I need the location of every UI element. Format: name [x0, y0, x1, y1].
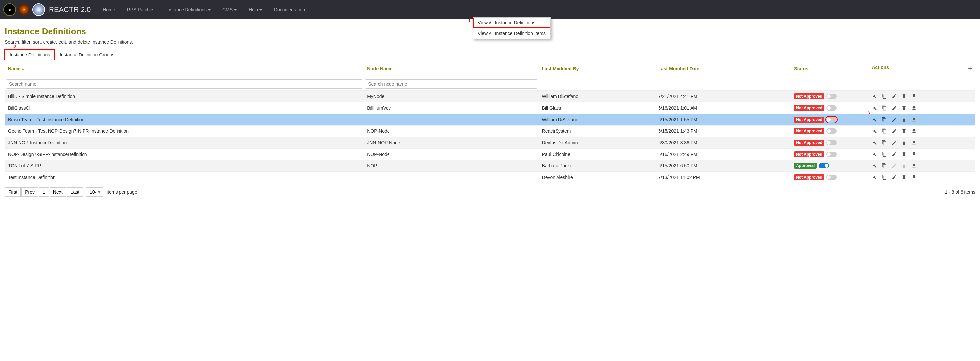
col-name[interactable]: Name — [5, 60, 364, 77]
wrench-icon[interactable] — [872, 94, 877, 99]
status-badge: Not Approved — [794, 93, 824, 99]
wrench-icon[interactable] — [872, 163, 877, 168]
edit-icon[interactable] — [891, 105, 897, 111]
trash-icon[interactable] — [902, 128, 907, 134]
copy-icon[interactable] — [881, 94, 887, 99]
nav-documentation[interactable]: Documentation — [268, 1, 311, 18]
copy-icon[interactable] — [881, 175, 887, 180]
cell-actions — [869, 172, 975, 183]
cell-name: NOP-Design7-SIPR-InstanceDefinition — [5, 149, 364, 160]
download-icon[interactable] — [912, 152, 916, 157]
table-row[interactable]: BillD - Simple Instance DefinitionMyNode… — [5, 91, 975, 102]
cell-modified-date: 6/15/2021 6:50 PM — [655, 160, 791, 172]
dropdown-view-all-instance-definitions[interactable]: View All Instance Definitions — [473, 18, 550, 28]
col-last-modified-by[interactable]: Last Modified By — [539, 60, 655, 77]
copy-icon[interactable] — [881, 152, 887, 157]
col-last-modified-date[interactable]: Last Modified Date — [655, 60, 791, 77]
copy-icon[interactable] — [881, 140, 887, 145]
pager-page-1[interactable]: 1 — [39, 187, 49, 196]
pager-page-size[interactable]: 10 — [86, 187, 103, 196]
edit-icon[interactable] — [891, 175, 897, 180]
dropdown-view-all-instance-definition-items[interactable]: View All Instance Definition Items — [473, 28, 550, 38]
col-status[interactable]: Status — [791, 60, 869, 77]
col-node-name[interactable]: Node Name — [364, 60, 538, 77]
wrench-icon[interactable] — [872, 117, 877, 122]
edit-icon[interactable] — [891, 128, 897, 134]
trash-icon[interactable] — [902, 105, 907, 111]
download-icon[interactable] — [912, 128, 916, 134]
download-icon[interactable] — [912, 94, 916, 99]
pager-next[interactable]: Next — [49, 187, 66, 196]
nav-instance-definitions[interactable]: Instance Definitions — [161, 1, 216, 18]
tab-instance-definitions[interactable]: Instance Definitions — [5, 49, 55, 60]
cell-status: 3Not Approved — [791, 114, 869, 126]
trash-icon[interactable] — [902, 140, 907, 145]
cell-modified-date: 6/16/2021 2:49 PM — [655, 149, 791, 160]
table-row[interactable]: Gecho Team - Test NOP-Design7-NIPR-Insta… — [5, 126, 975, 137]
pager-last[interactable]: Last — [67, 187, 83, 196]
edit-icon[interactable] — [891, 117, 897, 122]
table-row[interactable]: BillGlassCIBillHumVeeBill Glass6/16/2021… — [5, 102, 975, 114]
cell-modified-date: 6/30/2021 3:36 PM — [655, 137, 791, 149]
wrench-icon[interactable] — [872, 152, 877, 157]
wrench-icon[interactable] — [872, 175, 877, 180]
approve-toggle[interactable] — [826, 117, 837, 122]
approve-toggle[interactable] — [826, 105, 837, 111]
cell-node: MyNode — [364, 91, 538, 102]
nav-rps-patches[interactable]: RPS Patches — [121, 1, 161, 18]
trash-icon[interactable] — [902, 152, 907, 157]
edit-icon[interactable] — [891, 152, 897, 157]
edit-icon[interactable] — [891, 94, 897, 99]
nav-cms[interactable]: CMS — [216, 1, 243, 18]
trash-icon[interactable] — [902, 94, 907, 99]
cell-actions — [869, 91, 975, 102]
copy-icon[interactable] — [881, 163, 887, 168]
download-icon[interactable] — [912, 163, 916, 168]
search-node-input[interactable] — [365, 79, 537, 88]
pager-prev[interactable]: Prev — [21, 187, 38, 196]
download-icon[interactable] — [912, 175, 916, 180]
army-logo: ★ — [3, 3, 16, 16]
approve-toggle[interactable] — [826, 175, 837, 180]
download-icon[interactable] — [912, 105, 916, 111]
copy-icon[interactable] — [881, 117, 887, 122]
pager: First Prev 1 Next Last 10 ▲▼ items per p… — [5, 187, 975, 196]
download-icon[interactable] — [912, 117, 916, 122]
edit-icon — [891, 163, 897, 168]
wrench-icon[interactable] — [872, 140, 877, 145]
search-name-input[interactable] — [6, 79, 363, 88]
status-badge: Not Approved — [794, 151, 824, 157]
approve-toggle[interactable] — [826, 128, 837, 134]
table-row[interactable]: JNN-NOP-InstanceDefinitionJNN-NOP-NodeDe… — [5, 137, 975, 149]
trash-icon[interactable] — [902, 117, 907, 122]
nav-help[interactable]: Help — [243, 1, 268, 18]
cell-status: Not Approved — [791, 149, 869, 160]
table-row[interactable]: Test Instance DefinitionDevon Aleshire7/… — [5, 172, 975, 183]
tabs: 2 Instance Definitions Instance Definiti… — [5, 49, 975, 60]
trash-icon[interactable] — [902, 175, 907, 180]
wrench-icon[interactable] — [872, 105, 877, 111]
cell-name: BillD - Simple Instance Definition — [5, 91, 364, 102]
approve-toggle[interactable] — [826, 152, 837, 157]
download-icon[interactable] — [912, 140, 916, 145]
callout-2: 2 — [14, 45, 16, 49]
table-row[interactable]: NOP-Design7-SIPR-InstanceDefinitionNOP-N… — [5, 149, 975, 160]
tab-instance-definition-groups[interactable]: Instance Definition Groups — [55, 49, 119, 60]
copy-icon[interactable] — [881, 105, 887, 111]
pager-first[interactable]: First — [5, 187, 21, 196]
table-row[interactable]: Bravo Team - Test Instance DefinitionWil… — [5, 114, 975, 126]
edit-icon[interactable] — [891, 140, 897, 145]
cell-modified-by: William DiStefano — [539, 91, 655, 102]
wrench-icon[interactable] — [872, 128, 877, 134]
approve-toggle[interactable] — [826, 140, 837, 145]
cell-status: Not Approved — [791, 137, 869, 149]
table-row[interactable]: TCN Lot 7 SIPRNOPBarbara Packer6/15/2021… — [5, 160, 975, 172]
status-badge: Not Approved — [794, 117, 824, 123]
cell-name: TCN Lot 7 SIPR — [5, 160, 364, 172]
copy-icon[interactable] — [881, 128, 887, 134]
cell-name: Test Instance Definition — [5, 172, 364, 183]
add-row-icon[interactable]: + — [968, 65, 972, 72]
nav-home[interactable]: Home — [97, 1, 121, 18]
approve-toggle[interactable] — [819, 163, 829, 168]
approve-toggle[interactable] — [826, 94, 837, 99]
